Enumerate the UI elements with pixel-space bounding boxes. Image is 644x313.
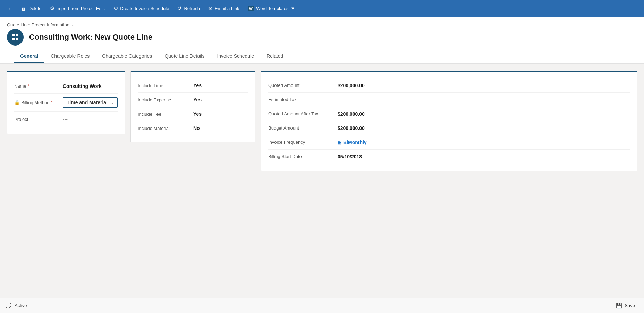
project-label: Project [14, 117, 63, 122]
word-icon: W [248, 6, 254, 11]
word-templates-dropdown-icon: ▼ [291, 6, 295, 11]
budget-amount-value: $200,000.00 [338, 125, 630, 131]
tab-related[interactable]: Related [260, 50, 289, 63]
name-label: Name * [14, 83, 63, 89]
page-title: Consulting Work: New Quote Line [29, 33, 152, 42]
delete-button[interactable]: 🗑 Delete [18, 3, 45, 14]
name-value: Consulting Work [63, 83, 118, 89]
word-templates-button[interactable]: W Word Templates ▼ [244, 4, 299, 13]
billing-method-label: 🔒 Billing Method * [14, 100, 63, 105]
invoice-frequency-value[interactable]: ⊞ BiMonthly [338, 140, 630, 145]
main-content: Name * Consulting Work 🔒 Billing Method … [0, 64, 644, 178]
quoted-amount-after-tax-value: $200,000.00 [338, 111, 630, 117]
tab-chargeable-roles[interactable]: Chargeable Roles [44, 50, 96, 63]
include-material-value: No [193, 125, 248, 131]
import-icon: ⚙ [50, 5, 54, 11]
include-fee-value: Yes [193, 111, 248, 117]
import-button[interactable]: ⚙ Import from Project Es... [46, 3, 109, 14]
svg-rect-0 [12, 34, 15, 36]
tabs-container: General Chargeable Roles Chargeable Cate… [7, 50, 637, 63]
quoted-amount-after-tax-row: Quoted Amount After Tax $200,000.00 [268, 107, 630, 121]
email-link-button[interactable]: ✉ Email a Link [205, 3, 243, 14]
budget-amount-label: Budget Amount [268, 125, 331, 131]
tab-quote-line-details[interactable]: Quote Line Details [158, 50, 211, 63]
right-panel: Quoted Amount $200,000.00 Estimated Tax … [261, 71, 637, 171]
billing-method-required: * [51, 100, 53, 105]
tab-chargeable-categories[interactable]: Chargeable Categories [96, 50, 158, 63]
billing-method-dropdown[interactable]: Time and Material ⌄ [63, 97, 118, 108]
name-required: * [28, 84, 29, 89]
include-time-label: Include Time [138, 83, 193, 88]
svg-rect-3 [16, 38, 18, 40]
delete-icon: 🗑 [21, 6, 26, 11]
budget-amount-row: Budget Amount $200,000.00 [268, 121, 630, 135]
create-invoice-icon: ⚙ [113, 5, 118, 11]
entity-icon [7, 29, 24, 46]
quoted-amount-row: Quoted Amount $200,000.00 [268, 79, 630, 93]
invoice-frequency-row: Invoice Frequency ⊞ BiMonthly [268, 135, 630, 150]
lock-icon: 🔒 [14, 100, 20, 105]
dropdown-arrow-icon: ⌄ [110, 100, 114, 105]
toolbar: ← 🗑 Delete ⚙ Import from Project Es... ⚙… [0, 0, 644, 17]
title-row: Consulting Work: New Quote Line [7, 29, 637, 46]
middle-panel: Include Time Yes Include Expense Yes Inc… [130, 71, 255, 142]
billing-start-date-row: Billing Start Date 05/10/2018 [268, 150, 630, 164]
back-icon: ← [8, 6, 13, 11]
include-expense-row: Include Expense Yes [138, 93, 248, 107]
estimated-tax-label: Estimated Tax [268, 97, 331, 102]
email-icon: ✉ [208, 5, 213, 11]
tab-invoice-schedule[interactable]: Invoice Schedule [211, 50, 260, 63]
project-row: Project --- [14, 112, 118, 127]
left-panel: Name * Consulting Work 🔒 Billing Method … [7, 71, 125, 134]
invoice-frequency-icon: ⊞ [338, 140, 342, 145]
include-material-row: Include Material No [138, 121, 248, 135]
quoted-amount-label: Quoted Amount [268, 83, 331, 88]
tab-general[interactable]: General [14, 50, 44, 63]
page-header: Quote Line: Project Information ⌄ Consul… [0, 17, 644, 64]
back-button[interactable]: ← [4, 3, 16, 14]
create-invoice-button[interactable]: ⚙ Create Invoice Schedule [110, 3, 173, 14]
include-fee-label: Include Fee [138, 112, 193, 117]
include-fee-row: Include Fee Yes [138, 107, 248, 121]
include-time-value: Yes [193, 83, 248, 88]
billing-start-date-value: 05/10/2018 [338, 154, 630, 159]
breadcrumb-chevron: ⌄ [71, 23, 75, 27]
svg-rect-2 [12, 38, 15, 40]
estimated-tax-value: --- [338, 97, 630, 102]
refresh-button[interactable]: ↺ Refresh [174, 3, 203, 14]
billing-method-row: 🔒 Billing Method * Time and Material ⌄ [14, 94, 118, 112]
breadcrumb: Quote Line: Project Information ⌄ [7, 22, 637, 27]
estimated-tax-row: Estimated Tax --- [268, 93, 630, 107]
project-value: --- [63, 116, 118, 122]
billing-start-date-label: Billing Start Date [268, 154, 331, 159]
invoice-frequency-label: Invoice Frequency [268, 140, 331, 145]
refresh-icon: ↺ [177, 5, 182, 11]
include-expense-label: Include Expense [138, 97, 193, 102]
include-time-row: Include Time Yes [138, 79, 248, 93]
svg-rect-1 [16, 34, 18, 36]
name-row: Name * Consulting Work [14, 79, 118, 94]
include-material-label: Include Material [138, 126, 193, 131]
quoted-amount-after-tax-label: Quoted Amount After Tax [268, 111, 331, 116]
include-expense-value: Yes [193, 97, 248, 102]
billing-method-value: Time and Material [67, 100, 108, 105]
quoted-amount-value: $200,000.00 [338, 83, 630, 88]
